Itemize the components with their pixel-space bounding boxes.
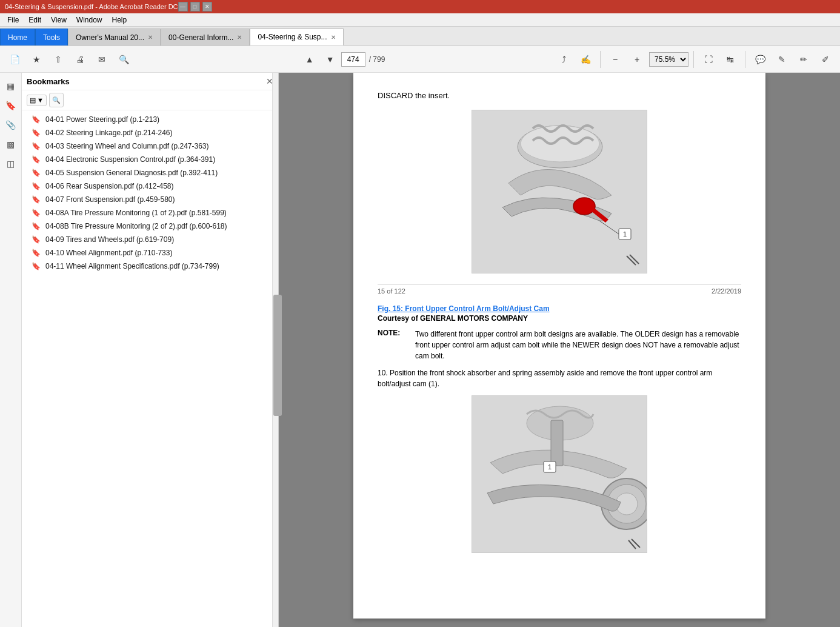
bookmark-label-11: 04-11 Wheel Alignment Specifications.pdf… (45, 262, 219, 270)
minimize-button[interactable]: — (178, 2, 188, 12)
panel-scroll[interactable] (272, 73, 278, 627)
bookmark-item-10[interactable]: 🔖 04-10 Wheel Alignment.pdf (p.710-733) (22, 246, 278, 260)
sidebar-icon-layers[interactable]: ▩ (2, 136, 19, 153)
fig-caption[interactable]: Fig. 15: Front Upper Control Arm Bolt/Ad… (378, 304, 741, 313)
tab-home[interactable]: Home (0, 29, 35, 45)
bookmark-label-01: 04-01 Power Steering.pdf (p.1-213) (45, 115, 159, 124)
sidebar-icons: ▦ 🔖 📎 ▩ ◫ (0, 73, 22, 627)
hand-tool-button[interactable]: ✍ (576, 50, 595, 69)
page-date: 2/22/2019 (712, 287, 741, 295)
bookmark-icon-11: 🔖 (32, 262, 41, 270)
bookmarks-search-button[interactable]: 🔍 (49, 93, 64, 107)
bookmark-star-button[interactable]: ★ (27, 50, 46, 69)
note-label: NOTE: (378, 329, 408, 361)
bookmark-icon-04: 🔖 (32, 155, 41, 164)
next-page-button[interactable]: ▼ (321, 50, 340, 69)
bookmark-item-06[interactable]: 🔖 04-06 Rear Suspension.pdf (p.412-458) (22, 179, 278, 193)
bookmark-icon-08a: 🔖 (32, 209, 41, 217)
sidebar-icon-pages[interactable]: ▦ (2, 78, 19, 95)
bookmark-icon-06: 🔖 (32, 182, 41, 190)
bookmarks-title: Bookmarks (27, 77, 70, 86)
bookmark-icon-08b: 🔖 (32, 222, 41, 230)
page-input[interactable]: 474 (341, 52, 365, 67)
bookmark-icon-03: 🔖 (32, 142, 41, 150)
bookmark-item-04[interactable]: 🔖 04-04 Electronic Suspension Control.pd… (22, 153, 278, 166)
bookmark-item-03[interactable]: 🔖 04-03 Steering Wheel and Column.pdf (p… (22, 139, 278, 153)
tab-steering[interactable]: 04-Steering & Susp... ✕ (250, 29, 343, 45)
rotate-button[interactable]: ↹ (721, 50, 740, 69)
bookmark-item-07[interactable]: 🔖 04-07 Front Suspension.pdf (p.459-580) (22, 193, 278, 206)
menu-view[interactable]: View (46, 15, 72, 25)
bookmark-icon-02: 🔖 (32, 129, 41, 137)
menu-file[interactable]: File (2, 15, 24, 25)
scroll-handle[interactable] (273, 295, 282, 416)
bookmark-item-09[interactable]: 🔖 04-09 Tires and Wheels.pdf (p.619-709) (22, 233, 278, 246)
bookmark-label-03: 04-03 Steering Wheel and Column.pdf (p.2… (45, 142, 209, 150)
tab-owners-label: Owner's Manual 20... (76, 33, 144, 42)
sidebar-icon-bookmarks[interactable]: 🔖 (2, 97, 19, 114)
toolbar: 📄 ★ ⇧ 🖨 ✉ 🔍 ▲ ▼ 474 / 799 ⤴ ✍ − + 75.5% … (0, 46, 840, 73)
prev-page-button[interactable]: ▲ (300, 50, 319, 69)
bookmark-icon-07: 🔖 (32, 195, 41, 204)
bookmark-label-08b: 04-08B Tire Pressure Monitoring (2 of 2)… (45, 222, 227, 230)
cursor-tool-button[interactable]: ⤴ (554, 50, 573, 69)
bookmarks-panel: Bookmarks ✕ ▤ ▼ 🔍 🔖 04-01 Power Steering… (22, 73, 278, 627)
note-block: NOTE: Two different front upper control … (378, 329, 741, 361)
bookmarks-view-dropdown[interactable]: ▤ ▼ (27, 95, 47, 106)
bookmark-label-08a: 04-08A Tire Pressure Monitoring (1 of 2)… (45, 209, 227, 217)
bookmark-label-10: 04-10 Wheel Alignment.pdf (p.710-733) (45, 249, 172, 257)
fit-page-button[interactable]: ⛶ (699, 50, 718, 69)
note-text: Two different front upper control arm bo… (415, 329, 741, 361)
tab-general-close[interactable]: ✕ (237, 34, 242, 41)
titlebar-title: 04-Steering & Suspension.pdf - Adobe Acr… (5, 3, 178, 10)
sidebar-icon-attachments[interactable]: 📎 (2, 116, 19, 133)
pdf-viewer[interactable]: DISCARD the insert. (279, 73, 840, 627)
sidebar-icon-structure[interactable]: ◫ (2, 155, 19, 172)
discard-text: DISCARD the insert. (378, 91, 741, 100)
bookmark-label-06: 04-06 Rear Suspension.pdf (p.412-458) (45, 182, 173, 190)
titlebar-controls: — □ ✕ (178, 2, 212, 12)
new-file-button[interactable]: 📄 (5, 50, 24, 69)
figure-2-container: 1 (378, 395, 741, 553)
zoom-in-button[interactable]: + (627, 50, 647, 69)
bookmarks-view-icon: ▤ (30, 96, 36, 104)
tab-tools[interactable]: Tools (35, 29, 68, 45)
upload-button[interactable]: ⇧ (48, 50, 68, 69)
email-button[interactable]: ✉ (92, 50, 112, 69)
fig-courtesy: Courtesy of GENERAL MOTORS COMPANY (378, 314, 741, 323)
page-footer-1: 15 of 122 2/22/2019 (378, 284, 741, 295)
sign-button[interactable]: ✐ (816, 50, 835, 69)
print-button[interactable]: 🖨 (70, 50, 90, 69)
menubar: File Edit View Window Help (0, 13, 840, 27)
bookmark-item-01[interactable]: 🔖 04-01 Power Steering.pdf (p.1-213) (22, 113, 278, 126)
comment-button[interactable]: 💬 (750, 50, 770, 69)
tab-general-inform[interactable]: 00-General Inform... ✕ (161, 29, 250, 45)
bookmark-item-08a[interactable]: 🔖 04-08A Tire Pressure Monitoring (1 of … (22, 206, 278, 220)
tab-owners-close[interactable]: ✕ (148, 34, 153, 41)
tab-steering-label: 04-Steering & Susp... (258, 33, 327, 41)
menu-window[interactable]: Window (72, 15, 107, 25)
bookmark-label-09: 04-09 Tires and Wheels.pdf (p.619-709) (45, 235, 174, 244)
bookmark-item-05[interactable]: 🔖 04-05 Suspension General Diagnosis.pdf… (22, 166, 278, 179)
draw-button[interactable]: ✏ (794, 50, 813, 69)
svg-text:1: 1 (548, 463, 552, 471)
menu-edit[interactable]: Edit (24, 15, 46, 25)
bookmark-item-02[interactable]: 🔖 04-02 Steering Linkage.pdf (p.214-246) (22, 126, 278, 139)
svg-point-2 (521, 126, 599, 162)
maximize-button[interactable]: □ (190, 2, 200, 12)
figure-1-image: 1 (472, 110, 647, 273)
tab-owners-manual[interactable]: Owner's Manual 20... ✕ (68, 29, 161, 45)
left-panel: ▦ 🔖 📎 ▩ ◫ Bookmarks ✕ ▤ ▼ 🔍 🔖 (0, 73, 279, 627)
tab-steering-close[interactable]: ✕ (331, 34, 336, 41)
zoom-out-button[interactable]: − (605, 50, 625, 69)
bookmark-item-08b[interactable]: 🔖 04-08B Tire Pressure Monitoring (2 of … (22, 220, 278, 233)
page-counter: 15 of 122 (378, 287, 405, 295)
bookmark-icon-05: 🔖 (32, 169, 41, 177)
highlight-button[interactable]: ✎ (772, 50, 792, 69)
zoom-select[interactable]: 75.5% 50% 75% 100% 125% 150% 200% (649, 52, 688, 67)
menu-help[interactable]: Help (107, 15, 132, 25)
search-button[interactable]: 🔍 (114, 50, 133, 69)
figure-2-image: 1 (472, 395, 647, 553)
bookmark-item-11[interactable]: 🔖 04-11 Wheel Alignment Specifications.p… (22, 260, 278, 273)
close-window-button[interactable]: ✕ (202, 2, 212, 12)
